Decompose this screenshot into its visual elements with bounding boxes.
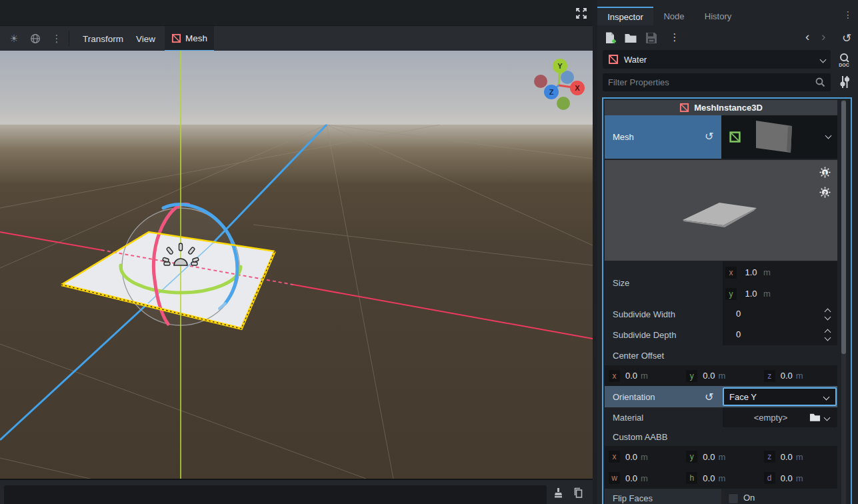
filter-properties-input[interactable] <box>608 73 808 91</box>
subdivide-width-value[interactable]: 0 <box>736 309 741 319</box>
custom-aabb-size-values: w 0.0 m h 0.0 m d 0.0 m <box>605 467 837 489</box>
node-selector[interactable]: Water <box>603 50 831 69</box>
axis-neg-x-ball[interactable] <box>534 75 547 88</box>
inspector-scrollbar[interactable] <box>841 100 846 504</box>
copy-output-icon[interactable] <box>573 487 585 499</box>
property-center-offset: Center Offset <box>605 345 837 365</box>
mesh-preview-image <box>605 160 837 261</box>
axis-z-key: z <box>764 451 775 463</box>
expand-viewport-icon[interactable] <box>575 7 587 19</box>
subdivide-depth-field[interactable]: 0 <box>723 325 837 345</box>
property-mesh-label[interactable]: Mesh <box>605 115 721 159</box>
tab-node[interactable]: Node <box>653 7 695 25</box>
spinner-updown-icon[interactable] <box>825 309 832 320</box>
tab-history[interactable]: History <box>695 7 741 25</box>
clear-output-icon[interactable] <box>553 487 565 499</box>
chevron-down-icon <box>825 133 832 139</box>
aabb-h-value[interactable]: 0.0 <box>703 473 715 483</box>
orientation-label: Orientation <box>605 392 655 402</box>
aabb-d-value[interactable]: 0.0 <box>781 473 793 483</box>
size-y-unit: m <box>763 289 771 299</box>
size-label: Size <box>605 278 629 288</box>
menu-view[interactable]: View <box>128 26 163 51</box>
menu-mesh[interactable]: Mesh <box>165 26 214 51</box>
axis-x-key: x <box>609 370 620 382</box>
mesh-resource-picker[interactable] <box>721 115 837 159</box>
ground <box>0 125 593 479</box>
sun-preview-icon[interactable]: ☀ <box>4 26 24 51</box>
center-offset-y-field[interactable]: y 0.0 m <box>682 370 759 382</box>
size-y-value[interactable]: 1.0 <box>745 289 757 299</box>
spinner-updown-icon[interactable] <box>825 330 832 341</box>
aabb-w-field[interactable]: w 0.0 m <box>605 472 682 484</box>
preview-light2-icon[interactable]: 2 <box>819 187 831 198</box>
size-y-field[interactable]: y 1.0 m <box>725 287 771 300</box>
mesh-instance-icon <box>679 103 689 113</box>
viewport-toolbar: ☀ ⋮ Transform View Mesh <box>0 25 593 51</box>
svg-text:X: X <box>575 84 580 92</box>
history-forward-icon[interactable]: › <box>821 29 825 44</box>
chevron-down-icon <box>820 56 827 63</box>
center-offset-x-value[interactable]: 0.0 <box>625 371 637 381</box>
aabb-x-value[interactable]: 0.0 <box>625 452 637 462</box>
tab-inspector[interactable]: Inspector <box>597 7 653 25</box>
resource-extra-options-icon[interactable]: ⋮ <box>667 31 682 46</box>
aabb-y-field[interactable]: y 0.0 m <box>682 451 759 463</box>
center-offset-z-field[interactable]: z 0.0 m <box>760 370 837 382</box>
aabb-z-field[interactable]: z 0.0 m <box>760 451 837 463</box>
revert-icon[interactable]: ↺ <box>705 130 713 143</box>
revert-icon[interactable]: ↺ <box>705 391 713 403</box>
open-docs-icon[interactable]: DOC <box>837 52 851 68</box>
dock-options-menu-icon[interactable]: ⋮ <box>843 9 853 20</box>
axis-neg-y-ball[interactable] <box>557 97 570 110</box>
output-log-area[interactable] <box>4 485 547 504</box>
environment-globe-icon[interactable] <box>25 26 45 51</box>
property-subdivide-depth: Subdivide Depth 0 <box>605 325 837 345</box>
center-offset-z-value[interactable]: 0.0 <box>781 371 793 381</box>
viewport-options-menu-icon[interactable]: ⋮ <box>47 26 67 51</box>
property-orientation: Orientation ↺ Face Y <box>605 386 837 407</box>
aabb-d-field[interactable]: d 0.0 m <box>760 472 837 484</box>
center-offset-values: x 0.0 m y 0.0 m z 0.0 m <box>605 365 837 386</box>
svg-text:Y: Y <box>557 62 563 70</box>
material-picker[interactable]: <empty> <box>723 407 837 427</box>
orientation-dropdown[interactable]: Face Y <box>723 387 837 406</box>
inspector-dock: Inspector Node History ⋮ ⋮ ‹ › ↺ Water <box>597 0 858 504</box>
viewport-3d[interactable]: Y X Z <box>0 51 593 479</box>
preview-light1-icon[interactable]: 1 <box>819 167 831 178</box>
aabb-x-field[interactable]: x 0.0 m <box>605 451 682 463</box>
property-tools-icon[interactable] <box>839 75 851 89</box>
svg-text:Z: Z <box>549 88 554 96</box>
flip-faces-label: Flip Faces <box>605 493 653 503</box>
save-resource-icon[interactable] <box>645 31 659 46</box>
svg-text:DOC: DOC <box>839 63 849 67</box>
load-resource-folder-icon[interactable] <box>624 31 639 46</box>
new-resource-icon[interactable] <box>603 31 618 46</box>
aabb-y-value[interactable]: 0.0 <box>703 452 715 462</box>
scrollbar-thumb[interactable] <box>841 101 846 354</box>
toolbar-separator <box>69 31 69 47</box>
chevron-down-icon[interactable] <box>824 414 831 421</box>
aabb-h-field[interactable]: h 0.0 m <box>682 472 759 484</box>
flip-faces-checkbox[interactable] <box>728 493 739 504</box>
axis-y-key: y <box>686 370 697 382</box>
mesh-preview-panel: 1 2 <box>605 160 837 261</box>
size-x-field[interactable]: x 1.0 m <box>725 266 771 279</box>
category-meshinstance3d: MeshInstance3D <box>605 100 837 115</box>
aabb-z-value[interactable]: 0.0 <box>781 452 793 462</box>
menu-transform[interactable]: Transform <box>75 26 131 51</box>
subdivide-width-field[interactable]: 0 <box>723 304 837 325</box>
3d-editor-pane: ☀ ⋮ Transform View Mesh <box>0 0 593 504</box>
center-offset-y-value[interactable]: 0.0 <box>703 371 715 381</box>
axis-w-key: w <box>609 472 620 484</box>
property-mesh: Mesh ↺ <box>605 115 837 159</box>
size-x-unit: m <box>763 267 771 277</box>
subdivide-depth-value[interactable]: 0 <box>736 329 741 339</box>
edit-history-icon[interactable]: ↺ <box>839 31 854 46</box>
folder-icon[interactable] <box>809 413 821 422</box>
center-offset-x-field[interactable]: x 0.0 m <box>605 370 682 382</box>
aabb-w-value[interactable]: 0.0 <box>625 473 637 483</box>
history-back-icon[interactable]: ‹ <box>805 29 809 44</box>
size-x-value[interactable]: 1.0 <box>745 267 757 277</box>
planemesh-icon <box>729 131 741 143</box>
